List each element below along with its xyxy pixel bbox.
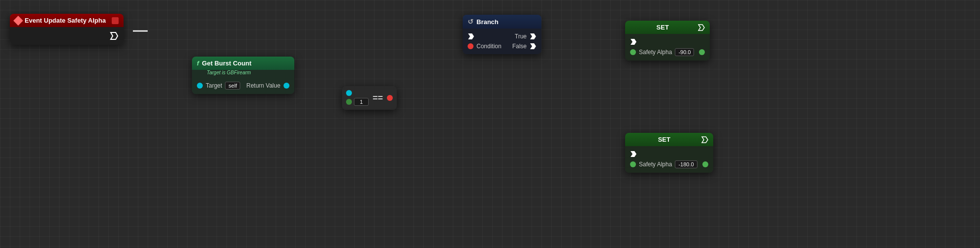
func-node-body: Target self Return Value <box>192 77 294 94</box>
svg-marker-2 <box>530 33 536 39</box>
exec-out-pin <box>110 31 119 40</box>
eq-in2-pin <box>346 99 352 105</box>
func-icon: f <box>197 60 199 67</box>
target-value[interactable]: self <box>225 82 240 90</box>
set1-body: Safety Alpha -90.0 <box>625 34 710 61</box>
true-label: True <box>515 33 527 40</box>
eq-operator: == <box>373 93 383 103</box>
set1-prop-pin <box>630 49 636 55</box>
set2-exec-in-row <box>625 149 713 159</box>
condition-in-pin <box>468 43 474 49</box>
event-node: Event Update Safety Alpha <box>10 14 124 45</box>
event-node-title: Event Update Safety Alpha <box>25 17 106 24</box>
set1-prop-value[interactable]: -90.0 <box>675 48 694 56</box>
func-node-subtitle: Target is GBFirearm <box>192 70 294 77</box>
set2-prop-value[interactable]: -180.0 <box>675 160 697 168</box>
set-node-2: SET Safety Alpha -180.0 <box>625 133 713 173</box>
set2-prop-pin <box>630 161 636 167</box>
event-exec-out-row <box>10 30 124 42</box>
eq-input-value[interactable]: 1 <box>354 98 369 106</box>
event-icon <box>13 16 23 26</box>
eq-out-pin <box>387 95 393 101</box>
branch-false-out-pin <box>530 43 537 50</box>
set2-exec-in-pin <box>630 151 637 157</box>
set1-header: SET <box>625 21 710 34</box>
eq-node: 1 == <box>342 86 397 110</box>
set2-title: SET <box>630 136 698 143</box>
branch-node-body: True Condition False <box>463 29 541 54</box>
set2-header: SET <box>625 133 713 146</box>
set1-exec-in-row <box>625 37 710 47</box>
svg-marker-4 <box>698 25 704 31</box>
return-out-pin <box>284 83 289 89</box>
branch-icon: ↺ <box>468 18 474 26</box>
func-node: f Get Burst Count Target is GBFirearm Ta… <box>192 57 294 94</box>
set1-exec-out-pin <box>698 24 705 31</box>
event-close-icon[interactable] <box>112 17 119 24</box>
svg-marker-1 <box>468 33 474 39</box>
false-label: False <box>512 43 527 50</box>
func-target-row: Target self Return Value <box>192 80 294 91</box>
set2-prop-label: Safety Alpha <box>639 161 672 168</box>
branch-exec-in-pin <box>468 33 474 40</box>
condition-label: Condition <box>476 43 502 50</box>
branch-node: ↺ Branch True Condition False <box>463 15 541 54</box>
set-node-1: SET Safety Alpha -90.0 <box>625 21 710 61</box>
eq-node-body: 1 == <box>342 86 397 110</box>
target-in-pin <box>197 83 203 89</box>
set1-prop-row: Safety Alpha -90.0 <box>625 47 710 58</box>
set2-prop-row: Safety Alpha -180.0 <box>625 159 713 170</box>
target-label: Target <box>206 82 222 89</box>
func-node-title: Get Burst Count <box>202 60 251 67</box>
branch-node-title: Branch <box>476 18 499 26</box>
set2-body: Safety Alpha -180.0 <box>625 146 713 173</box>
set1-title: SET <box>630 24 695 31</box>
branch-true-out-pin <box>530 33 537 40</box>
svg-marker-7 <box>631 151 636 157</box>
set1-prop-out-pin <box>699 49 705 55</box>
svg-marker-5 <box>631 39 636 45</box>
set2-prop-out-pin <box>702 161 708 167</box>
svg-marker-3 <box>530 43 536 49</box>
branch-exec-row: True <box>463 31 541 41</box>
eq-in1-pin <box>346 90 352 96</box>
set2-exec-out-pin <box>701 136 708 143</box>
event-node-body <box>10 27 124 45</box>
svg-marker-0 <box>111 32 118 39</box>
func-node-header: f Get Burst Count <box>192 57 294 70</box>
set1-prop-label: Safety Alpha <box>639 49 672 56</box>
branch-condition-row: Condition False <box>463 41 541 51</box>
branch-node-header: ↺ Branch <box>463 15 541 29</box>
return-label: Return Value <box>246 82 280 89</box>
event-node-header: Event Update Safety Alpha <box>10 14 124 27</box>
svg-marker-6 <box>702 137 708 143</box>
set1-exec-in-pin <box>630 38 637 45</box>
